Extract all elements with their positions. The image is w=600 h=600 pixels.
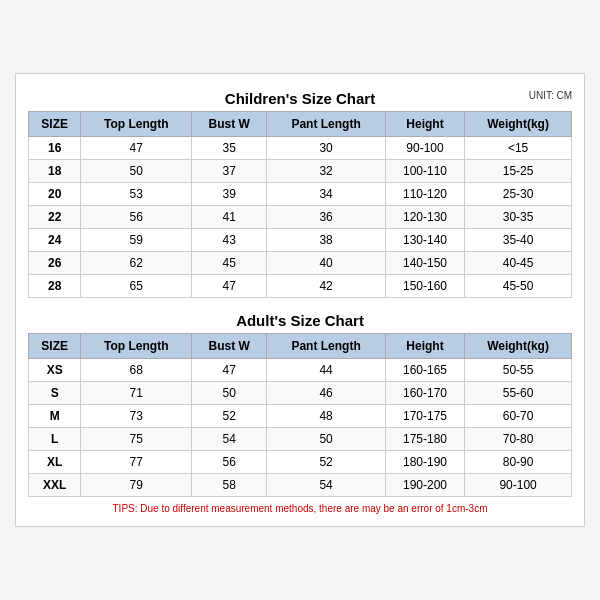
col-header-weight: Weight(kg) [465,112,572,137]
table-cell: 58 [192,474,267,497]
col-header-size: SIZE [29,112,81,137]
table-cell: 24 [29,229,81,252]
table-cell: 15-25 [465,160,572,183]
table-cell: 34 [267,183,386,206]
table-cell: 120-130 [385,206,464,229]
table-cell: 47 [192,359,267,382]
table-cell: 55-60 [465,382,572,405]
adult-col-header-pant-length: Pant Length [267,334,386,359]
children-size-table: SIZE Top Length Bust W Pant Length Heigh… [28,111,572,298]
table-cell: 52 [192,405,267,428]
table-cell: 68 [81,359,192,382]
table-cell: 79 [81,474,192,497]
table-cell: 90-100 [385,137,464,160]
table-cell: 73 [81,405,192,428]
table-cell: 56 [81,206,192,229]
table-row: 1647353090-100<15 [29,137,572,160]
table-row: 28654742150-16045-50 [29,275,572,298]
table-row: L755450175-18070-80 [29,428,572,451]
table-cell: 46 [267,382,386,405]
table-row: 20533934110-12025-30 [29,183,572,206]
table-cell: XS [29,359,81,382]
table-cell: 100-110 [385,160,464,183]
table-cell: <15 [465,137,572,160]
table-cell: 70-80 [465,428,572,451]
col-header-height: Height [385,112,464,137]
table-cell: 35-40 [465,229,572,252]
adult-col-header-height: Height [385,334,464,359]
table-cell: 25-30 [465,183,572,206]
adult-col-header-bust-w: Bust W [192,334,267,359]
children-header-row: SIZE Top Length Bust W Pant Length Heigh… [29,112,572,137]
table-cell: 38 [267,229,386,252]
table-cell: 40 [267,252,386,275]
table-cell: 26 [29,252,81,275]
table-cell: 45-50 [465,275,572,298]
table-cell: 16 [29,137,81,160]
children-title-text: Children's Size Chart [225,90,375,107]
table-cell: 180-190 [385,451,464,474]
table-cell: 80-90 [465,451,572,474]
table-cell: 54 [267,474,386,497]
table-row: XL775652180-19080-90 [29,451,572,474]
table-row: 22564136120-13030-35 [29,206,572,229]
table-cell: 18 [29,160,81,183]
table-row: M735248170-17560-70 [29,405,572,428]
adult-col-header-size: SIZE [29,334,81,359]
table-cell: 77 [81,451,192,474]
tips-text: TIPS: Due to different measurement metho… [28,503,572,514]
adults-header-row: SIZE Top Length Bust W Pant Length Heigh… [29,334,572,359]
table-cell: 47 [81,137,192,160]
table-cell: 42 [267,275,386,298]
table-cell: 45 [192,252,267,275]
table-cell: XL [29,451,81,474]
table-cell: 50 [81,160,192,183]
table-cell: S [29,382,81,405]
table-cell: 40-45 [465,252,572,275]
table-cell: 39 [192,183,267,206]
table-cell: 90-100 [465,474,572,497]
table-cell: 50-55 [465,359,572,382]
table-cell: 43 [192,229,267,252]
table-cell: 36 [267,206,386,229]
table-cell: 160-170 [385,382,464,405]
table-row: 18503732100-11015-25 [29,160,572,183]
table-cell: 37 [192,160,267,183]
table-cell: 35 [192,137,267,160]
table-cell: 150-160 [385,275,464,298]
table-cell: 20 [29,183,81,206]
table-cell: 65 [81,275,192,298]
adults-title-text: Adult's Size Chart [236,312,364,329]
table-cell: 47 [192,275,267,298]
table-cell: 28 [29,275,81,298]
table-cell: 52 [267,451,386,474]
table-row: XS684744160-16550-55 [29,359,572,382]
table-cell: 56 [192,451,267,474]
table-cell: 53 [81,183,192,206]
table-cell: 54 [192,428,267,451]
table-cell: 62 [81,252,192,275]
table-cell: 59 [81,229,192,252]
table-cell: 190-200 [385,474,464,497]
unit-label: UNIT: CM [529,90,572,101]
adults-section-title: Adult's Size Chart [28,306,572,333]
table-cell: 175-180 [385,428,464,451]
table-cell: M [29,405,81,428]
table-cell: 32 [267,160,386,183]
col-header-pant-length: Pant Length [267,112,386,137]
table-cell: 30-35 [465,206,572,229]
adult-col-header-weight: Weight(kg) [465,334,572,359]
table-cell: 22 [29,206,81,229]
size-chart-container: Children's Size Chart UNIT: CM SIZE Top … [15,73,585,527]
table-row: 26624540140-15040-45 [29,252,572,275]
table-cell: 130-140 [385,229,464,252]
table-cell: 160-165 [385,359,464,382]
adults-size-table: SIZE Top Length Bust W Pant Length Heigh… [28,333,572,497]
table-cell: 30 [267,137,386,160]
table-cell: L [29,428,81,451]
col-header-top-length: Top Length [81,112,192,137]
col-header-bust-w: Bust W [192,112,267,137]
table-row: S715046160-17055-60 [29,382,572,405]
table-cell: 110-120 [385,183,464,206]
table-cell: 140-150 [385,252,464,275]
